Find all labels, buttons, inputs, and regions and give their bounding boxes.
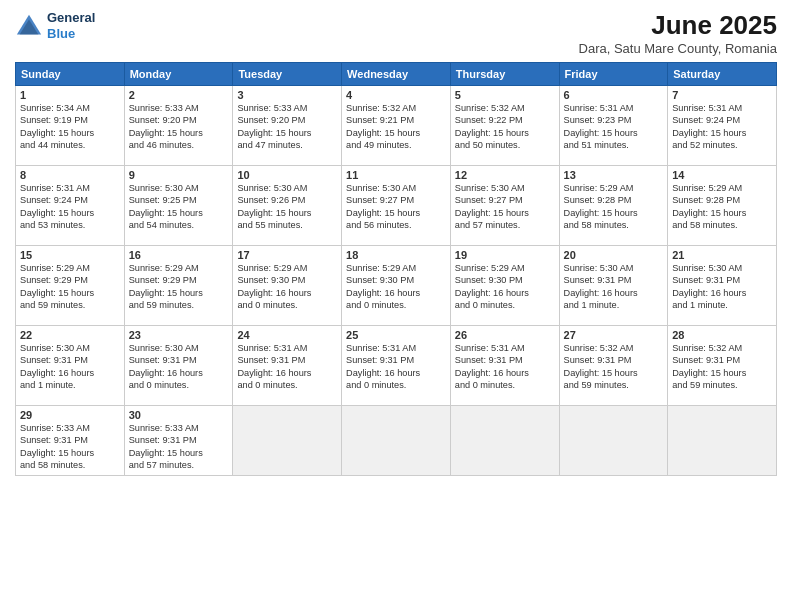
day-details: Sunrise: 5:30 AM Sunset: 9:31 PM Dayligh…	[564, 263, 638, 310]
calendar-cell: 13Sunrise: 5:29 AM Sunset: 9:28 PM Dayli…	[559, 166, 668, 246]
calendar-cell: 20Sunrise: 5:30 AM Sunset: 9:31 PM Dayli…	[559, 246, 668, 326]
day-number: 29	[20, 409, 120, 421]
calendar-cell	[559, 406, 668, 476]
day-number: 9	[129, 169, 229, 181]
day-details: Sunrise: 5:30 AM Sunset: 9:25 PM Dayligh…	[129, 183, 203, 230]
day-number: 19	[455, 249, 555, 261]
calendar-cell: 10Sunrise: 5:30 AM Sunset: 9:26 PM Dayli…	[233, 166, 342, 246]
day-number: 14	[672, 169, 772, 181]
day-number: 30	[129, 409, 229, 421]
day-number: 12	[455, 169, 555, 181]
calendar-cell: 26Sunrise: 5:31 AM Sunset: 9:31 PM Dayli…	[450, 326, 559, 406]
day-number: 11	[346, 169, 446, 181]
calendar-cell: 22Sunrise: 5:30 AM Sunset: 9:31 PM Dayli…	[16, 326, 125, 406]
weekday-header-row: SundayMondayTuesdayWednesdayThursdayFrid…	[16, 63, 777, 86]
weekday-header-wednesday: Wednesday	[342, 63, 451, 86]
day-details: Sunrise: 5:34 AM Sunset: 9:19 PM Dayligh…	[20, 103, 94, 150]
calendar-week-row: 22Sunrise: 5:30 AM Sunset: 9:31 PM Dayli…	[16, 326, 777, 406]
calendar-cell: 18Sunrise: 5:29 AM Sunset: 9:30 PM Dayli…	[342, 246, 451, 326]
day-details: Sunrise: 5:31 AM Sunset: 9:31 PM Dayligh…	[346, 343, 420, 390]
calendar-cell: 1Sunrise: 5:34 AM Sunset: 9:19 PM Daylig…	[16, 86, 125, 166]
day-number: 18	[346, 249, 446, 261]
day-number: 5	[455, 89, 555, 101]
weekday-header-saturday: Saturday	[668, 63, 777, 86]
day-details: Sunrise: 5:30 AM Sunset: 9:27 PM Dayligh…	[346, 183, 420, 230]
calendar-cell: 11Sunrise: 5:30 AM Sunset: 9:27 PM Dayli…	[342, 166, 451, 246]
calendar-week-row: 8Sunrise: 5:31 AM Sunset: 9:24 PM Daylig…	[16, 166, 777, 246]
calendar-cell: 17Sunrise: 5:29 AM Sunset: 9:30 PM Dayli…	[233, 246, 342, 326]
day-number: 27	[564, 329, 664, 341]
logo-icon	[15, 12, 43, 40]
weekday-header-thursday: Thursday	[450, 63, 559, 86]
day-details: Sunrise: 5:31 AM Sunset: 9:24 PM Dayligh…	[672, 103, 746, 150]
day-details: Sunrise: 5:29 AM Sunset: 9:30 PM Dayligh…	[237, 263, 311, 310]
calendar-cell: 14Sunrise: 5:29 AM Sunset: 9:28 PM Dayli…	[668, 166, 777, 246]
day-details: Sunrise: 5:32 AM Sunset: 9:31 PM Dayligh…	[672, 343, 746, 390]
day-number: 21	[672, 249, 772, 261]
day-number: 4	[346, 89, 446, 101]
day-number: 2	[129, 89, 229, 101]
weekday-header-tuesday: Tuesday	[233, 63, 342, 86]
calendar-cell: 16Sunrise: 5:29 AM Sunset: 9:29 PM Dayli…	[124, 246, 233, 326]
day-details: Sunrise: 5:33 AM Sunset: 9:31 PM Dayligh…	[129, 423, 203, 470]
calendar-cell: 3Sunrise: 5:33 AM Sunset: 9:20 PM Daylig…	[233, 86, 342, 166]
day-number: 22	[20, 329, 120, 341]
calendar-table: SundayMondayTuesdayWednesdayThursdayFrid…	[15, 62, 777, 476]
day-details: Sunrise: 5:31 AM Sunset: 9:24 PM Dayligh…	[20, 183, 94, 230]
calendar-cell: 23Sunrise: 5:30 AM Sunset: 9:31 PM Dayli…	[124, 326, 233, 406]
calendar-cell	[342, 406, 451, 476]
calendar-cell: 15Sunrise: 5:29 AM Sunset: 9:29 PM Dayli…	[16, 246, 125, 326]
logo-text: General Blue	[47, 10, 95, 41]
calendar-cell	[233, 406, 342, 476]
day-details: Sunrise: 5:29 AM Sunset: 9:29 PM Dayligh…	[20, 263, 94, 310]
title-area: June 2025 Dara, Satu Mare County, Romani…	[579, 10, 777, 56]
day-number: 10	[237, 169, 337, 181]
calendar-cell: 28Sunrise: 5:32 AM Sunset: 9:31 PM Dayli…	[668, 326, 777, 406]
day-number: 6	[564, 89, 664, 101]
day-details: Sunrise: 5:30 AM Sunset: 9:31 PM Dayligh…	[20, 343, 94, 390]
calendar-cell: 7Sunrise: 5:31 AM Sunset: 9:24 PM Daylig…	[668, 86, 777, 166]
calendar-cell: 30Sunrise: 5:33 AM Sunset: 9:31 PM Dayli…	[124, 406, 233, 476]
day-number: 26	[455, 329, 555, 341]
day-details: Sunrise: 5:30 AM Sunset: 9:31 PM Dayligh…	[672, 263, 746, 310]
calendar-week-row: 29Sunrise: 5:33 AM Sunset: 9:31 PM Dayli…	[16, 406, 777, 476]
day-details: Sunrise: 5:30 AM Sunset: 9:27 PM Dayligh…	[455, 183, 529, 230]
day-details: Sunrise: 5:33 AM Sunset: 9:20 PM Dayligh…	[237, 103, 311, 150]
day-details: Sunrise: 5:32 AM Sunset: 9:31 PM Dayligh…	[564, 343, 638, 390]
calendar-week-row: 15Sunrise: 5:29 AM Sunset: 9:29 PM Dayli…	[16, 246, 777, 326]
day-details: Sunrise: 5:31 AM Sunset: 9:23 PM Dayligh…	[564, 103, 638, 150]
day-number: 13	[564, 169, 664, 181]
day-details: Sunrise: 5:33 AM Sunset: 9:31 PM Dayligh…	[20, 423, 94, 470]
day-details: Sunrise: 5:33 AM Sunset: 9:20 PM Dayligh…	[129, 103, 203, 150]
day-details: Sunrise: 5:29 AM Sunset: 9:29 PM Dayligh…	[129, 263, 203, 310]
day-number: 23	[129, 329, 229, 341]
calendar-cell: 24Sunrise: 5:31 AM Sunset: 9:31 PM Dayli…	[233, 326, 342, 406]
day-number: 1	[20, 89, 120, 101]
day-number: 7	[672, 89, 772, 101]
calendar-cell: 2Sunrise: 5:33 AM Sunset: 9:20 PM Daylig…	[124, 86, 233, 166]
calendar-cell: 21Sunrise: 5:30 AM Sunset: 9:31 PM Dayli…	[668, 246, 777, 326]
day-details: Sunrise: 5:30 AM Sunset: 9:31 PM Dayligh…	[129, 343, 203, 390]
day-details: Sunrise: 5:32 AM Sunset: 9:22 PM Dayligh…	[455, 103, 529, 150]
page-header: General Blue June 2025 Dara, Satu Mare C…	[15, 10, 777, 56]
day-details: Sunrise: 5:31 AM Sunset: 9:31 PM Dayligh…	[455, 343, 529, 390]
day-number: 16	[129, 249, 229, 261]
weekday-header-sunday: Sunday	[16, 63, 125, 86]
calendar-week-row: 1Sunrise: 5:34 AM Sunset: 9:19 PM Daylig…	[16, 86, 777, 166]
calendar-cell: 29Sunrise: 5:33 AM Sunset: 9:31 PM Dayli…	[16, 406, 125, 476]
day-number: 8	[20, 169, 120, 181]
day-number: 25	[346, 329, 446, 341]
day-details: Sunrise: 5:29 AM Sunset: 9:30 PM Dayligh…	[346, 263, 420, 310]
calendar-cell: 5Sunrise: 5:32 AM Sunset: 9:22 PM Daylig…	[450, 86, 559, 166]
calendar-cell: 27Sunrise: 5:32 AM Sunset: 9:31 PM Dayli…	[559, 326, 668, 406]
day-number: 15	[20, 249, 120, 261]
calendar-cell: 25Sunrise: 5:31 AM Sunset: 9:31 PM Dayli…	[342, 326, 451, 406]
logo: General Blue	[15, 10, 95, 41]
day-details: Sunrise: 5:29 AM Sunset: 9:30 PM Dayligh…	[455, 263, 529, 310]
day-details: Sunrise: 5:29 AM Sunset: 9:28 PM Dayligh…	[672, 183, 746, 230]
day-number: 24	[237, 329, 337, 341]
day-details: Sunrise: 5:32 AM Sunset: 9:21 PM Dayligh…	[346, 103, 420, 150]
calendar-cell: 12Sunrise: 5:30 AM Sunset: 9:27 PM Dayli…	[450, 166, 559, 246]
calendar-cell: 8Sunrise: 5:31 AM Sunset: 9:24 PM Daylig…	[16, 166, 125, 246]
calendar-cell: 6Sunrise: 5:31 AM Sunset: 9:23 PM Daylig…	[559, 86, 668, 166]
